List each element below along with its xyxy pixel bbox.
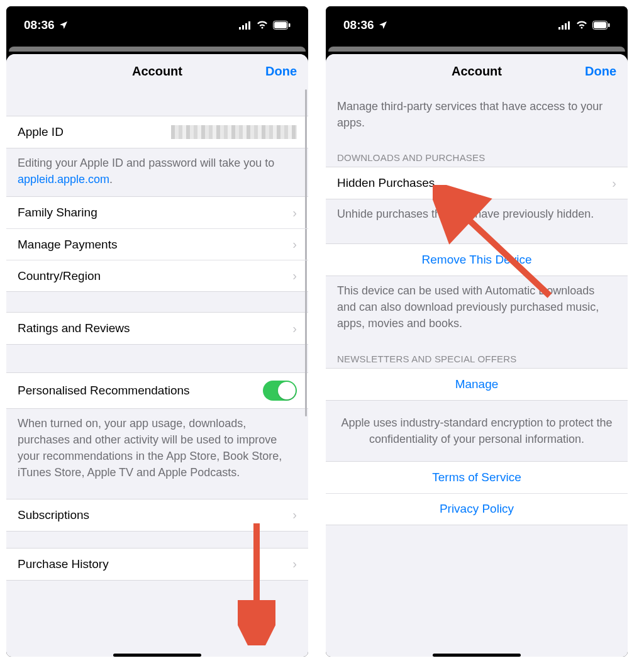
encryption-footer: Apple uses industry-standard encryption … bbox=[326, 401, 628, 461]
chevron-right-icon: › bbox=[612, 176, 616, 191]
hidden-purchases-footer: Unhide purchases that you have previousl… bbox=[326, 199, 628, 231]
personalised-recommendations-row: Personalised Recommendations bbox=[6, 373, 308, 408]
manage-payments-row[interactable]: Manage Payments › bbox=[6, 228, 308, 260]
sheet-peek bbox=[9, 47, 306, 52]
page-title: Account bbox=[452, 64, 502, 79]
row-label: Purchase History bbox=[18, 557, 109, 571]
account-sheet-left: Account Done Apple ID Editing your Apple… bbox=[6, 54, 308, 657]
row-label: Ratings and Reviews bbox=[18, 321, 130, 335]
family-sharing-row[interactable]: Family Sharing › bbox=[6, 197, 308, 228]
link-label: Terms of Service bbox=[432, 471, 521, 484]
sheet-peek bbox=[328, 47, 625, 52]
row-label: Personalised Recommendations bbox=[18, 384, 190, 398]
svg-rect-9 bbox=[562, 25, 564, 30]
page-title: Account bbox=[132, 64, 182, 79]
appleid-link[interactable]: appleid.apple.com bbox=[18, 173, 109, 186]
status-bar: 08:36 bbox=[6, 6, 308, 44]
third-party-footer: Manage third-party services that have ac… bbox=[326, 88, 628, 140]
svg-rect-5 bbox=[274, 22, 287, 28]
privacy-policy-link[interactable]: Privacy Policy bbox=[326, 493, 628, 525]
chevron-right-icon: › bbox=[292, 206, 297, 220]
svg-rect-10 bbox=[565, 23, 567, 30]
manage-newsletters-button[interactable]: Manage bbox=[326, 369, 628, 400]
wifi-icon bbox=[257, 21, 268, 30]
battery-icon bbox=[592, 21, 610, 30]
apple-id-footer: Editing your Apple ID and password will … bbox=[6, 148, 308, 196]
cellular-icon bbox=[239, 21, 252, 30]
link-label: Privacy Policy bbox=[440, 502, 514, 516]
home-indicator bbox=[433, 654, 521, 657]
chevron-right-icon: › bbox=[292, 237, 297, 252]
wifi-icon bbox=[576, 21, 587, 30]
status-time: 08:36 bbox=[24, 18, 55, 32]
nav-bar: Account Done bbox=[326, 54, 628, 88]
location-icon bbox=[378, 20, 388, 30]
done-button[interactable]: Done bbox=[585, 64, 616, 79]
svg-rect-2 bbox=[245, 23, 247, 30]
link-label: Remove This Device bbox=[422, 253, 532, 267]
row-label: Manage Payments bbox=[18, 238, 117, 252]
row-label: Country/Region bbox=[18, 269, 101, 283]
svg-rect-0 bbox=[239, 27, 241, 30]
remove-device-button[interactable]: Remove This Device bbox=[326, 244, 628, 276]
phone-right: 08:36 Account Done Manage third-party se… bbox=[326, 6, 628, 657]
phone-left: 08:36 Account Done Apple ID Editing your… bbox=[6, 6, 308, 657]
ratings-reviews-row[interactable]: Ratings and Reviews › bbox=[6, 313, 308, 344]
status-bar: 08:36 bbox=[326, 6, 628, 44]
nav-bar: Account Done bbox=[6, 54, 308, 88]
svg-rect-14 bbox=[608, 23, 610, 27]
cellular-icon bbox=[558, 21, 571, 30]
newsletters-header: NEWSLETTERS AND SPECIAL OFFERS bbox=[326, 341, 628, 368]
hidden-purchases-row[interactable]: Hidden Purchases › bbox=[326, 167, 628, 199]
apple-id-row[interactable]: Apple ID bbox=[6, 116, 308, 148]
chevron-right-icon: › bbox=[292, 557, 297, 571]
svg-rect-1 bbox=[242, 25, 244, 30]
status-time: 08:36 bbox=[343, 18, 374, 32]
subscriptions-row[interactable]: Subscriptions › bbox=[6, 499, 308, 531]
downloads-header: DOWNLOADS AND PURCHASES bbox=[326, 140, 628, 167]
chevron-right-icon: › bbox=[292, 269, 297, 283]
country-region-row[interactable]: Country/Region › bbox=[6, 260, 308, 291]
row-label: Subscriptions bbox=[18, 508, 89, 522]
done-button[interactable]: Done bbox=[265, 64, 297, 79]
purchase-history-row[interactable]: Purchase History › bbox=[6, 549, 308, 580]
chevron-right-icon: › bbox=[292, 321, 297, 336]
account-sheet-right: Account Done Manage third-party services… bbox=[326, 54, 628, 657]
personalised-toggle[interactable] bbox=[263, 381, 297, 401]
chevron-right-icon: › bbox=[292, 508, 297, 522]
svg-rect-6 bbox=[289, 23, 291, 27]
svg-rect-11 bbox=[568, 21, 570, 30]
svg-rect-13 bbox=[594, 22, 606, 28]
svg-rect-8 bbox=[558, 27, 560, 30]
row-label: Hidden Purchases bbox=[337, 176, 435, 190]
terms-of-service-link[interactable]: Terms of Service bbox=[326, 462, 628, 493]
apple-id-label: Apple ID bbox=[18, 125, 64, 139]
personalised-footer: When turned on, your app usage, download… bbox=[6, 409, 308, 498]
location-icon bbox=[58, 20, 69, 30]
home-indicator bbox=[113, 654, 201, 657]
remove-device-footer: This device can be used with Automatic D… bbox=[326, 276, 628, 340]
battery-icon bbox=[273, 21, 291, 30]
link-label: Manage bbox=[455, 377, 499, 391]
svg-rect-3 bbox=[248, 21, 250, 30]
apple-id-value-redacted bbox=[171, 125, 297, 139]
row-label: Family Sharing bbox=[18, 206, 97, 220]
